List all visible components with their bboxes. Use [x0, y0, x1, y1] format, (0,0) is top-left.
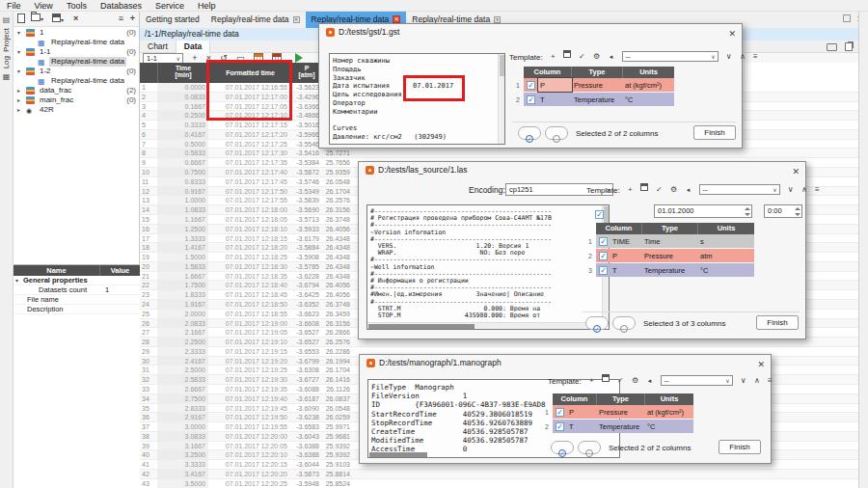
open-folder-icon[interactable]: ▾ — [31, 14, 43, 25]
column-name-cell[interactable]: T — [567, 420, 597, 433]
chevron-up-icon[interactable]: ∧ — [801, 183, 807, 197]
tab-0[interactable]: Getting started — [140, 12, 205, 28]
grid-header-pressure[interactable]: P[atm] — [291, 63, 321, 83]
column-checkbox[interactable]: ✓ — [599, 252, 608, 260]
file-preview[interactable]: #---------------------------------------… — [366, 204, 610, 330]
template-save-icon[interactable] — [563, 50, 571, 58]
column-checkbox[interactable]: ✓ — [556, 408, 564, 417]
dialog-gst-titlebar[interactable]: D:/tests/gst/1.gst ✕ — [319, 24, 742, 41]
expander-closed-icon[interactable]: ▸ — [17, 105, 20, 115]
column-units-cell[interactable]: at (kgf/cm²) — [623, 78, 674, 92]
column-row-t[interactable]: 3✓TTemperature°C — [596, 263, 754, 278]
select-all-button[interactable]: ✓ — [518, 126, 541, 140]
menu-view[interactable]: View — [28, 0, 60, 12]
template-apply-icon[interactable]: ✓ — [579, 50, 585, 64]
column-type-cell[interactable]: Pressure — [572, 78, 623, 92]
expander-open-icon[interactable]: ▾ — [15, 276, 18, 285]
tree-item-data-frac[interactable]: ▸data_frac(2) — [14, 86, 140, 95]
expander-closed-icon[interactable]: ▸ — [17, 95, 20, 105]
pin-icon[interactable]: + — [130, 14, 135, 24]
column-checkbox[interactable]: ✓ — [527, 81, 535, 90]
tree-item-replay-real-time-data[interactable]: ▦Replay/real-time data — [14, 57, 140, 67]
dock-tab-log[interactable]: Log — [2, 56, 11, 68]
close-icon[interactable]: ✕ — [757, 357, 765, 373]
column-name-cell[interactable]: TIME — [610, 234, 642, 248]
menu-databases[interactable]: Databases — [94, 0, 149, 12]
expander-closed-icon[interactable]: ▸ — [17, 86, 20, 95]
copy-icon[interactable] — [845, 42, 853, 51]
column-name-cell[interactable]: P — [538, 78, 572, 92]
column-units-cell[interactable]: °C — [623, 93, 674, 106]
column-name-cell[interactable]: T — [610, 263, 642, 277]
expander-open-icon[interactable]: ▾ — [17, 67, 20, 76]
column-units-cell[interactable]: atm — [698, 249, 754, 262]
tree-item-1[interactable]: ▾1(0) — [14, 28, 140, 38]
tab-1[interactable]: Replay/real-time data✕ — [205, 12, 306, 28]
column-units-cell[interactable]: s — [698, 234, 754, 248]
template-menu-icon[interactable]: ≡ — [753, 50, 758, 64]
template-settings-icon[interactable]: ⚙ — [632, 374, 638, 388]
view-tab-chart[interactable]: Chart — [140, 41, 176, 53]
column-row-time[interactable]: 1✓TIMETimes — [596, 234, 754, 249]
table-row[interactable]: 80.583307.01.2017 12:17:30-3.541625.7271 — [140, 149, 858, 158]
column-checkbox[interactable]: ✓ — [556, 422, 564, 431]
template-save-icon[interactable] — [602, 374, 610, 382]
chevron-down-icon[interactable]: ∨ — [788, 183, 794, 197]
template-save-icon[interactable] — [640, 183, 648, 191]
template-select[interactable]: --∨ — [622, 51, 719, 62]
column-units-cell[interactable]: °C — [698, 263, 754, 277]
column-row-p[interactable]: 1✓PPressureat (kgf/cm²) — [524, 78, 674, 93]
select-all-button[interactable]: ✓ — [585, 316, 609, 330]
column-type-cell[interactable]: Pressure — [642, 249, 698, 262]
column-checkbox[interactable]: ✓ — [527, 95, 535, 104]
start-datetime-checkbox[interactable]: ✓ — [595, 210, 604, 219]
template-back-icon[interactable]: ◄ — [685, 183, 691, 197]
template-back-icon[interactable]: ◄ — [646, 374, 652, 388]
tree-item-replay-real-time-data[interactable]: ▦Replay/real-time data — [14, 38, 140, 47]
menu-icon[interactable]: ≡ — [119, 14, 123, 24]
start-time-field[interactable]: 0:00 — [764, 204, 802, 218]
float-panel-icon[interactable] — [843, 14, 851, 22]
tree-item-1-2[interactable]: ▾1-2(0) — [14, 67, 140, 76]
scrollbar-horizontal[interactable] — [367, 322, 602, 329]
template-settings-icon[interactable]: ⚙ — [593, 50, 600, 64]
expander-open-icon[interactable]: ▾ — [17, 47, 20, 57]
dialog-las-titlebar[interactable]: D:/tests/las_source/1.las ✕ — [359, 162, 805, 178]
tree-item-1-1[interactable]: ▾1-1(0) — [14, 47, 140, 57]
grid-header-time[interactable]: Time[min] — [157, 63, 208, 83]
finish-button[interactable]: Finish — [719, 440, 761, 454]
template-select[interactable]: --∨ — [661, 375, 733, 386]
deselect-all-button[interactable]: ✓ — [545, 126, 568, 140]
column-type-cell[interactable]: Time — [642, 234, 698, 248]
template-apply-icon[interactable]: ✓ — [656, 183, 663, 197]
template-add-icon[interactable]: + — [628, 183, 633, 197]
table-row[interactable]: 433.500007.01.2017 12:20:25-3.594825.852… — [140, 479, 858, 488]
column-row-p[interactable]: 2✓PPressureatm — [596, 249, 754, 263]
new-document-icon[interactable] — [17, 14, 25, 26]
column-type-cell[interactable]: Pressure — [597, 405, 645, 419]
column-row-t[interactable]: 2✓TTemperature°C — [524, 93, 674, 107]
template-back-icon[interactable]: ◄ — [608, 50, 613, 64]
column-type-cell[interactable]: Temperature — [642, 263, 698, 277]
chevron-down-icon[interactable]: ∨ — [726, 50, 732, 64]
column-name-cell[interactable]: T — [538, 93, 572, 106]
dialog-manograph-titlebar[interactable]: D:/tests/manograph/1.manograph ✕ — [360, 355, 771, 371]
print-icon[interactable] — [827, 43, 837, 51]
template-apply-icon[interactable]: ✓ — [617, 374, 624, 388]
save-icon[interactable]: ▾ — [52, 14, 64, 26]
table-row[interactable]: 423.416707.01.2017 12:20:20-3.587325.881… — [140, 470, 858, 479]
chevron-up-icon[interactable]: ∧ — [754, 374, 760, 388]
select-all-button[interactable]: ✓ — [551, 441, 574, 454]
tree-item-main-frac[interactable]: ▸main_frac(0) — [14, 95, 140, 105]
column-checkbox[interactable]: ✓ — [599, 237, 608, 246]
column-type-cell[interactable]: Temperature — [572, 93, 623, 106]
tree-item-replay-real-time-data[interactable]: ▦Replay/real-time data — [14, 76, 140, 86]
column-checkbox[interactable]: ✓ — [599, 266, 608, 275]
tab-close-icon[interactable]: ✕ — [393, 15, 400, 23]
property-row-datasets-count[interactable]: Datasets count1 — [14, 285, 140, 295]
menu-service[interactable]: Service — [149, 0, 191, 12]
property-row-general-properties[interactable]: ▾General properties — [14, 276, 140, 285]
deselect-all-button[interactable]: ✓ — [612, 316, 636, 330]
property-row-file-name[interactable]: File name — [14, 295, 140, 305]
close-icon[interactable]: ✕ — [792, 164, 800, 180]
